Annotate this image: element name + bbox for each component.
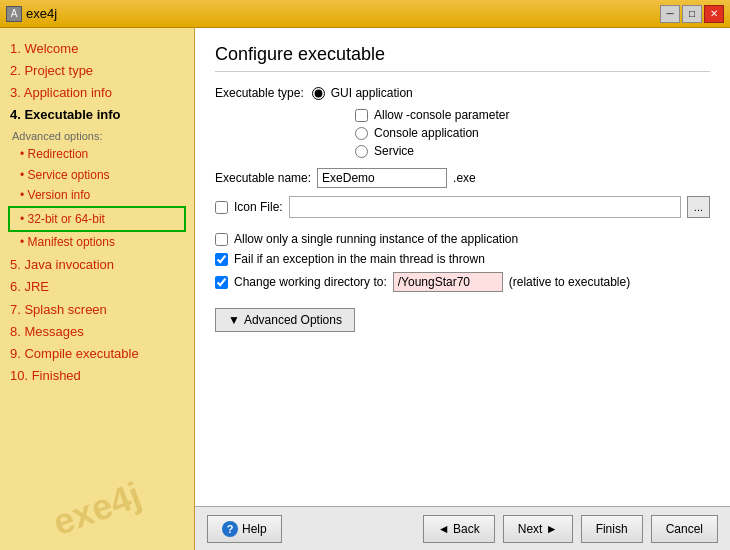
titlebar: A exe4j ─ □ ✕ [0, 0, 730, 28]
sidebar-item-app-info[interactable]: 3. Application info [8, 82, 186, 104]
sidebar-item-jre[interactable]: 6. JRE [8, 276, 186, 298]
console-radio-option[interactable]: Console application [355, 126, 710, 140]
service-radio-option[interactable]: Service [355, 144, 710, 158]
sidebar-item-exe-info[interactable]: 4. Executable info [8, 104, 186, 126]
cancel-button[interactable]: Cancel [651, 515, 718, 543]
back-button[interactable]: ◄ Back [423, 515, 495, 543]
advanced-options-label: Advanced options: [8, 130, 186, 142]
icon-file-row: Icon File: ... [215, 196, 710, 218]
advanced-options-button[interactable]: ▼ Advanced Options [215, 308, 355, 332]
app-icon: A [6, 6, 22, 22]
allow-console-checkbox[interactable] [355, 109, 368, 122]
window-controls: ─ □ ✕ [660, 5, 724, 23]
browse-button[interactable]: ... [687, 196, 710, 218]
sidebar-item-finished[interactable]: 10. Finished [8, 365, 186, 387]
titlebar-left: A exe4j [6, 6, 57, 22]
minimize-button[interactable]: ─ [660, 5, 680, 23]
working-dir-checkbox[interactable] [215, 276, 228, 289]
advanced-arrow-icon: ▼ [228, 313, 240, 327]
close-button[interactable]: ✕ [704, 5, 724, 23]
exe-name-input[interactable] [317, 168, 447, 188]
exe-type-label: Executable type: [215, 86, 304, 100]
exe-type-radio-group: GUI application [312, 86, 413, 100]
sidebar-item-java-invocation[interactable]: 5. Java invocation [8, 254, 186, 276]
finish-button[interactable]: Finish [581, 515, 643, 543]
sidebar-item-manifest-options[interactable]: • Manifest options [8, 232, 186, 252]
allow-console-option[interactable]: Allow -console parameter [355, 108, 710, 122]
working-dir-option[interactable]: Change working directory to: (relative t… [215, 272, 710, 292]
maximize-button[interactable]: □ [682, 5, 702, 23]
service-radio[interactable] [355, 145, 368, 158]
sidebar-item-project-type[interactable]: 2. Project type [8, 60, 186, 82]
console-radio[interactable] [355, 127, 368, 140]
window-title: exe4j [26, 6, 57, 21]
help-icon: ? [222, 521, 238, 537]
bottom-left: ? Help [207, 515, 415, 543]
help-button[interactable]: ? Help [207, 515, 282, 543]
sidebar-item-redirection[interactable]: • Redirection [8, 144, 186, 164]
content-area: Configure executable Executable type: GU… [195, 28, 730, 506]
watermark: exe4j [0, 456, 195, 550]
icon-file-checkbox[interactable] [215, 201, 228, 214]
fail-exception-checkbox[interactable] [215, 253, 228, 266]
sidebar-item-messages[interactable]: 8. Messages [8, 321, 186, 343]
sidebar: 1. Welcome 2. Project type 3. Applicatio… [0, 28, 195, 550]
exe-type-row: Executable type: GUI application [215, 86, 710, 100]
sidebar-item-splash-screen[interactable]: 7. Splash screen [8, 299, 186, 321]
bottom-bar: ? Help ◄ Back Next ► Finish Cancel [195, 506, 730, 550]
sidebar-item-32-64bit[interactable]: • 32-bit or 64-bit [8, 206, 186, 232]
single-instance-checkbox[interactable] [215, 233, 228, 246]
icon-file-checkbox-option[interactable]: Icon File: [215, 200, 283, 214]
gui-radio-option[interactable]: GUI application [312, 86, 413, 100]
gui-radio[interactable] [312, 87, 325, 100]
sidebar-item-version-info[interactable]: • Version info [8, 185, 186, 205]
page-title: Configure executable [215, 44, 710, 72]
exe-name-row: Executable name: .exe [215, 168, 710, 188]
working-dir-input[interactable] [393, 272, 503, 292]
sidebar-item-welcome[interactable]: 1. Welcome [8, 38, 186, 60]
sidebar-item-service-options[interactable]: • Service options [8, 165, 186, 185]
working-dir-hint: (relative to executable) [509, 275, 630, 289]
next-button[interactable]: Next ► [503, 515, 573, 543]
exe-name-label: Executable name: [215, 171, 311, 185]
sidebar-item-compile[interactable]: 9. Compile executable [8, 343, 186, 365]
single-instance-option[interactable]: Allow only a single running instance of … [215, 232, 710, 246]
icon-file-input[interactable] [289, 196, 681, 218]
main-window: 1. Welcome 2. Project type 3. Applicatio… [0, 28, 730, 550]
fail-exception-option[interactable]: Fail if an exception in the main thread … [215, 252, 710, 266]
exe-extension: .exe [453, 171, 476, 185]
